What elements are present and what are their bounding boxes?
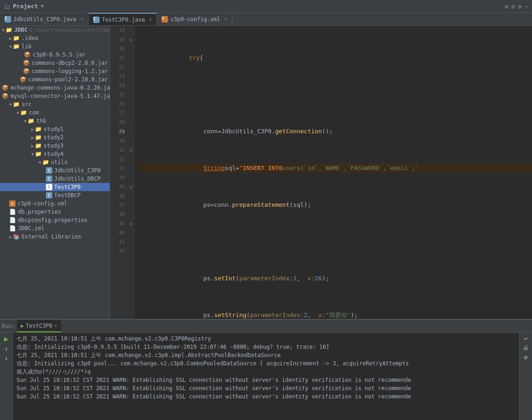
run-tab-close[interactable]: ×: [54, 323, 57, 329]
mchangejar-label: mchange-commons-java-0.2.20.jar: [11, 85, 110, 91]
split-icon[interactable]: ⊖: [511, 3, 515, 10]
utils-label: utils: [51, 159, 67, 165]
line-num-34: 34: [110, 175, 127, 181]
tree-study2[interactable]: ▶ 📁 study2: [0, 133, 110, 142]
tree-src[interactable]: ▼ 📁 src: [0, 100, 110, 108]
run-up-button[interactable]: ↑: [4, 345, 8, 352]
tabs-bar: C JdbcUtils_C3P0.java × C TestC3P0.java …: [0, 13, 532, 26]
project-name[interactable]: Project: [13, 3, 38, 10]
tree-dbcp2jar[interactable]: 📦 commons-dbcp2-2.8.0.jar: [0, 59, 110, 67]
line-num-41: 41: [110, 239, 127, 245]
tab-icon-xml: x: [162, 16, 168, 23]
tree-mchangejar[interactable]: 📦 mchange-commons-java-0.2.20.jar: [0, 84, 110, 92]
project-dropdown-icon[interactable]: ▼: [41, 3, 44, 9]
tree-c3p0jar[interactable]: 📦 c3p0-0.9.5.5.jar: [0, 51, 110, 59]
tree-study4[interactable]: ▼ 📁 study4: [0, 150, 110, 158]
testc3p0-label: TestC3P0: [54, 184, 81, 190]
minimize-icon[interactable]: −: [525, 3, 528, 10]
study4-chevron: ▼: [31, 152, 34, 157]
tab-icon-c2: C: [93, 17, 100, 23]
toolbar-print-btn[interactable]: 🖨: [523, 344, 529, 351]
code-line-25: ps.setString( parameterIndex: 2, x: "我爱你…: [139, 311, 532, 319]
settings-icon[interactable]: ⚙: [518, 3, 521, 10]
line-num-23: 23: [110, 74, 127, 79]
tree-jdbc-iml[interactable]: 📄 JDBC.iml: [0, 224, 110, 233]
line-num-20: 20: [110, 46, 127, 52]
toolbar-wrap-btn[interactable]: ↵: [524, 335, 528, 341]
tab-close[interactable]: ×: [80, 16, 84, 22]
run-line-3: 七月 25, 2021 10:10:51 上午 com.mchange.v2.c…: [17, 351, 515, 359]
tree-loggingjar[interactable]: 📦 commons-logging-1.2.jar: [0, 67, 110, 75]
tree-root[interactable]: ▼ 📁 JDBC D:\Users\Administrator\IdeaProj…: [0, 26, 110, 34]
thb-chevron: ▼: [24, 119, 27, 124]
tree-c3p0config[interactable]: x c3p0-config.xml: [0, 199, 110, 208]
jar-icon2: 📦: [23, 60, 30, 66]
line-num-22: 22: [110, 64, 127, 70]
tree-testdbcp[interactable]: C TestDBCP: [0, 191, 110, 199]
tab-jdbcutils[interactable]: C JdbcUtils_C3P0.java ×: [0, 13, 89, 25]
class-icon-c3p0: C: [46, 167, 52, 174]
gutter-19: ◇: [127, 35, 135, 44]
line-num-40: 40: [110, 230, 127, 236]
mysqljar-label: mysql-connector-java-5.1.47.jar: [11, 93, 110, 99]
tree-dbcp-props[interactable]: 📄 dbcpconfig.properties: [0, 216, 110, 224]
code-line-21: String sql = "INSERT INTO users(`id`,`NA…: [139, 164, 532, 173]
code-editor[interactable]: try { conn = JdbcUtils_C3P0.getConnectio…: [135, 26, 532, 319]
jdbc-iml-label: JDBC.iml: [18, 225, 45, 232]
code-line-20: conn = JdbcUtils_C3P0.getConnection();: [139, 127, 532, 136]
com-label: com: [29, 109, 39, 116]
src-label: src: [22, 101, 32, 108]
utils-chevron: ▼: [39, 160, 41, 165]
testdbcp-label: TestDBCP: [54, 192, 81, 199]
study1-folder-icon: 📁: [35, 126, 42, 132]
line-num-33: 33: [110, 165, 127, 171]
run-label: Run:: [2, 323, 15, 329]
tab-c3p0config[interactable]: x c3p0-config.xml ×: [157, 13, 232, 25]
tree-utils[interactable]: ▼ 📁 utils: [0, 158, 110, 166]
tree-db-props[interactable]: 📄 db.properties: [0, 208, 110, 216]
class-icon-testdbcp: C: [46, 192, 52, 199]
code-line-18: try {: [139, 53, 532, 62]
run-down-button[interactable]: ↓: [4, 354, 8, 362]
run-line-5: 插入成功o(*////ヮ////*)q: [17, 368, 515, 376]
loggingjar-label: commons-logging-1.2.jar: [32, 68, 108, 74]
tab-icon-c: C: [5, 16, 11, 23]
dbcp-props-label: dbcpconfig.properties: [18, 217, 88, 223]
study1-label: study1: [44, 126, 63, 132]
tab-close2[interactable]: ×: [149, 17, 152, 23]
src-chevron: ▼: [9, 102, 12, 107]
sidebar: ▼ 📁 JDBC D:\Users\Administrator\IdeaProj…: [0, 26, 110, 319]
extlibs-chevron: ▶: [9, 234, 12, 239]
line-num-19: 19: [110, 37, 127, 43]
run-play-button[interactable]: ▶: [4, 335, 9, 343]
gutter-39: ◇: [127, 221, 135, 226]
jdbcutils-c3p0-label: JdbcUtils_C3P0: [54, 167, 101, 174]
tree-external-libs[interactable]: ▶ 📚 External Libraries: [0, 233, 110, 241]
tree-study3[interactable]: ▶ 📁 study3: [0, 142, 110, 150]
tree-jdbcutils-dbcp[interactable]: C JdbcUtils_DBCP: [0, 175, 110, 183]
title-bar: 🗂 Project ▼ ⊕ ⊖ ⚙ −: [0, 0, 532, 13]
extlibs-folder-icon: 📚: [13, 233, 20, 240]
gutter-35: ◇: [127, 184, 135, 189]
tree-testc3p0[interactable]: C TestC3P0: [0, 183, 110, 191]
toolbar-settings-btn[interactable]: ⚙: [524, 354, 528, 361]
tree-lib[interactable]: ▼ 📁 lib: [0, 42, 110, 51]
tree-idea[interactable]: ▶ 📁 .idea: [0, 34, 110, 42]
tree-study1[interactable]: ▶ 📁 study1: [0, 125, 110, 133]
tab-testc3p0[interactable]: C TestC3P0.java ×: [89, 13, 157, 25]
globe-icon[interactable]: ⊕: [504, 3, 508, 10]
tree-pooljar[interactable]: 📦 commons-pool2-2.10.0.jar: [0, 75, 110, 84]
run-tab-testc3p0[interactable]: ▶ TestC3P0 ×: [17, 320, 61, 332]
tree-mysqljar[interactable]: 📦 mysql-connector-java-5.1.47.jar: [0, 92, 110, 100]
props-icon: 📄: [9, 209, 16, 215]
run-line-7: Sun Jul 25 10:10:52 CST 2021 WARN: Estab…: [17, 384, 515, 392]
line-num-39: 39: [110, 221, 127, 227]
gutter-18: [127, 26, 135, 35]
run-line-2: 信息: Initializing c3p0-0.9.5.5 [built 11-…: [17, 343, 515, 351]
tree-com[interactable]: ▼ 📁 com: [0, 108, 110, 117]
tab-close3[interactable]: ×: [224, 16, 228, 22]
tree-jdbcutils-c3p0[interactable]: C JdbcUtils_C3P0: [0, 166, 110, 175]
editor[interactable]: 18 19 ◇ 20 21: [110, 26, 532, 319]
lib-label: lib: [22, 43, 32, 50]
tree-thb[interactable]: ▼ 📁 thb: [0, 117, 110, 125]
